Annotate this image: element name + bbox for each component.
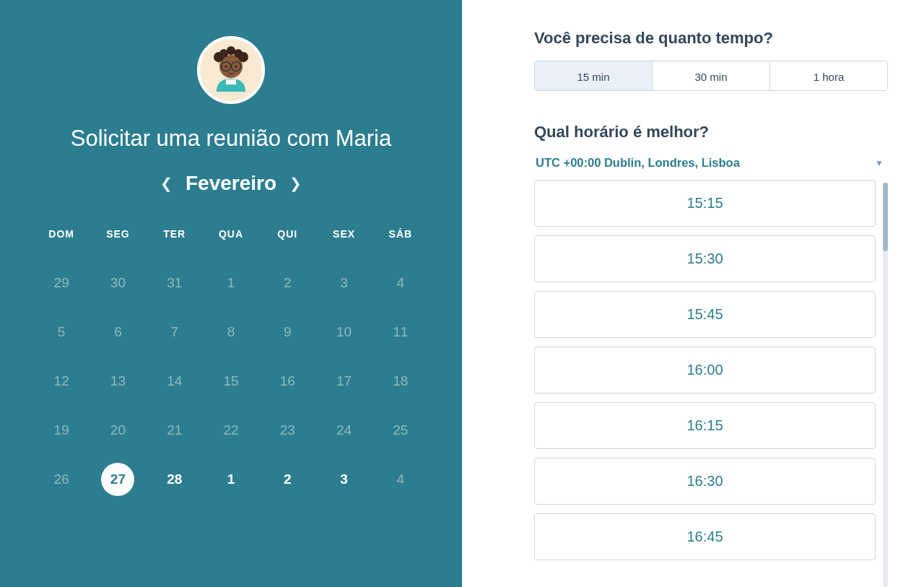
calendar-day: 14 [167, 357, 182, 406]
calendar-day: 11 [393, 308, 408, 357]
svg-point-10 [225, 66, 227, 68]
calendar-day: 4 [397, 258, 405, 308]
prev-month-button[interactable]: ❮ [160, 175, 173, 192]
calendar-day: 20 [110, 406, 126, 455]
calendar-day: 15 [223, 357, 238, 406]
duration-option[interactable]: 30 min [652, 61, 770, 90]
weekday-header: SÁB [372, 221, 429, 258]
svg-point-6 [227, 46, 235, 55]
calendar-day: 6 [114, 308, 122, 357]
time-slot-button[interactable]: 16:30 [534, 458, 876, 505]
weekday-header: DOM [33, 221, 90, 258]
duration-option[interactable]: 1 hora [770, 61, 887, 90]
calendar-day: 23 [280, 406, 295, 455]
calendar-day: 13 [110, 357, 126, 406]
timezone-label: UTC +00:00 Dublin, Londres, Lisboa [536, 156, 740, 170]
time-slot-button[interactable]: 15:45 [534, 291, 876, 338]
calendar-day: 1 [227, 258, 235, 308]
calendar-day[interactable]: 1 [227, 455, 235, 504]
calendar-day-selected[interactable]: 27 [101, 463, 134, 496]
scrollbar-track[interactable] [883, 183, 888, 587]
calendar-day: 2 [284, 258, 292, 308]
weekday-header: SEG [90, 221, 146, 258]
calendar-day: 17 [336, 357, 352, 406]
avatar-person-icon [202, 41, 260, 99]
weekday-header: QUI [259, 221, 315, 258]
calendar-day: 9 [284, 308, 292, 357]
calendar-day[interactable]: 3 [340, 455, 348, 504]
weekday-header: QUA [203, 221, 259, 258]
time-slot-button[interactable]: 15:30 [534, 235, 876, 282]
calendar-day: 5 [58, 308, 66, 357]
calendar-panel: Solicitar uma reunião com Maria ❮ Fevere… [0, 0, 462, 587]
calendar-day: 31 [167, 258, 182, 308]
calendar-day: 3 [340, 258, 348, 308]
calendar-grid: DOMSEGTERQUAQUISEXSÁB 293031123456789101… [33, 221, 429, 504]
calendar-day[interactable]: 2 [284, 455, 292, 504]
time-heading: Qual horário é melhor? [534, 123, 888, 142]
timezone-dropdown[interactable]: UTC +00:00 Dublin, Londres, Lisboa ▼ [534, 155, 888, 180]
time-slot-button[interactable]: 16:00 [534, 347, 876, 393]
duration-option[interactable]: 15 min [535, 61, 652, 90]
time-slots-scroll[interactable]: 15:1515:3015:4516:0016:1516:3016:45 [534, 180, 883, 587]
calendar-day: 12 [54, 357, 69, 406]
calendar-day: 30 [110, 258, 126, 308]
calendar-day: 7 [170, 308, 178, 357]
calendar-day: 4 [397, 455, 405, 504]
booking-panel: Você precisa de quanto tempo? 15 min30 m… [462, 0, 924, 587]
calendar-day: 8 [227, 308, 235, 357]
next-month-button[interactable]: ❯ [289, 175, 302, 192]
time-slot-button[interactable]: 16:45 [534, 513, 876, 560]
page-title: Solicitar uma reunião com Maria [71, 126, 392, 152]
time-slots-container: 15:1515:3015:4516:0016:1516:3016:45 [534, 180, 888, 587]
duration-heading: Você precisa de quanto tempo? [534, 29, 888, 48]
calendar-day: 22 [223, 406, 238, 455]
weekday-header: TER [147, 221, 203, 258]
month-label: Fevereiro [186, 172, 276, 195]
calendar-day: 21 [167, 406, 182, 455]
calendar-day: 16 [280, 357, 295, 406]
calendar-day: 26 [54, 455, 69, 504]
calendar-day: 25 [393, 406, 408, 455]
weekday-header: SEX [315, 221, 372, 258]
svg-point-11 [235, 66, 237, 68]
avatar [197, 36, 265, 104]
calendar-day: 19 [54, 406, 69, 455]
chevron-down-icon: ▼ [875, 158, 884, 168]
month-navigation: ❮ Fevereiro ❯ [160, 172, 302, 195]
time-slot-button[interactable]: 15:15 [534, 180, 876, 227]
scrollbar-thumb[interactable] [883, 183, 888, 251]
calendar-day: 24 [336, 406, 352, 455]
duration-selector: 15 min30 min1 hora [534, 61, 888, 91]
calendar-day[interactable]: 28 [167, 455, 182, 504]
calendar-day: 18 [393, 357, 408, 406]
time-slot-button[interactable]: 16:15 [534, 402, 876, 449]
calendar-day: 10 [336, 308, 352, 357]
calendar-day: 29 [54, 258, 69, 308]
